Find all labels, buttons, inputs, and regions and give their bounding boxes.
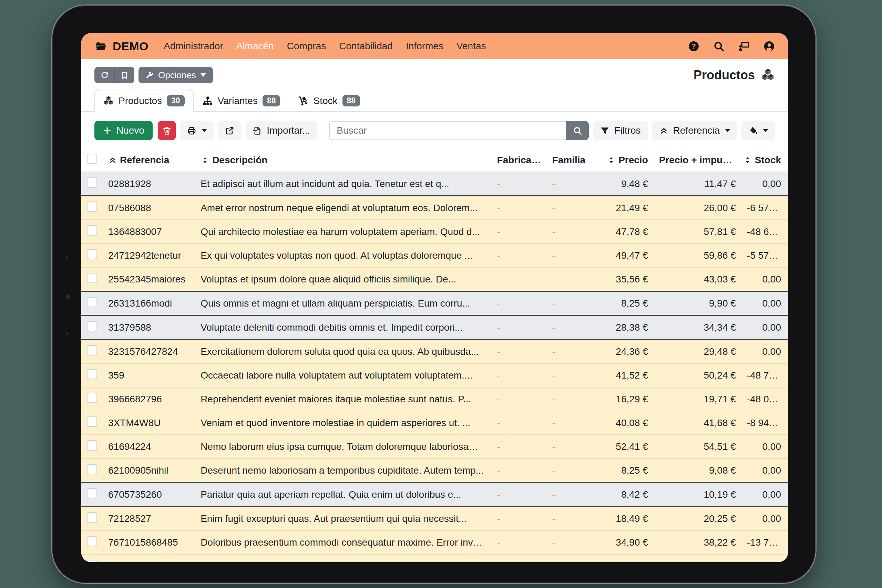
table-row[interactable]: 62100905nihil Deserunt nemo laboriosam a… bbox=[81, 459, 788, 483]
sitemap-icon bbox=[202, 96, 213, 106]
table-row[interactable]: 26313166modi Quis omnis et magni et ulla… bbox=[81, 291, 788, 315]
row-checkbox[interactable] bbox=[87, 297, 97, 307]
cell-fabricante: - bbox=[492, 554, 547, 562]
table-row[interactable]: 61694224 Nemo laborum eius ipsa cumque. … bbox=[81, 435, 788, 459]
fill-color-dropdown[interactable] bbox=[741, 121, 775, 140]
nav-item-compras[interactable]: Compras bbox=[287, 40, 326, 52]
main-nav: Administrador Almacén Compras Contabilid… bbox=[164, 40, 486, 52]
export-button[interactable] bbox=[218, 121, 241, 140]
row-checkbox[interactable] bbox=[87, 393, 97, 403]
row-checkbox[interactable] bbox=[87, 536, 97, 546]
table-row[interactable]: 02881928 Et adipisci aut illum aut incid… bbox=[81, 172, 788, 196]
cell-descripcion: Doloribus praesentium commodi consequatu… bbox=[195, 531, 491, 554]
caret-down-icon bbox=[763, 129, 768, 132]
row-checkbox[interactable] bbox=[87, 249, 97, 260]
delete-button[interactable] bbox=[158, 121, 176, 140]
sort-icon bbox=[201, 156, 210, 165]
cell-fabricante: - bbox=[492, 435, 547, 459]
row-checkbox[interactable] bbox=[87, 488, 97, 498]
trash-icon bbox=[162, 126, 172, 135]
table-row[interactable]: 07586088 Amet error nostrum neque eligen… bbox=[81, 196, 788, 220]
products-table-wrap: Referencia Descripción Fabricante Famili… bbox=[81, 148, 788, 562]
nuevo-button[interactable]: Nuevo bbox=[94, 121, 153, 140]
cell-precio: 35,56 € bbox=[597, 267, 654, 291]
cell-referencia: 25542345maiores bbox=[103, 267, 195, 291]
row-checkbox[interactable] bbox=[87, 369, 97, 379]
table-row[interactable]: 72128527 Enim fugit excepturi quas. Aut … bbox=[81, 507, 788, 531]
nav-item-informes[interactable]: Informes bbox=[406, 40, 443, 52]
cell-referencia: 62100905nihil bbox=[103, 459, 195, 483]
app-screen: DEMO Administrador Almacén Compras Conta… bbox=[81, 33, 788, 562]
table-row[interactable]: 3231576427824 Exercitationem dolorem sol… bbox=[81, 340, 788, 364]
tab-badge: 30 bbox=[167, 95, 184, 106]
tab-variantes[interactable]: Variantes 88 bbox=[194, 90, 290, 112]
col-precio[interactable]: Precio bbox=[597, 148, 654, 172]
cell-descripcion: Qui architecto molestiae ea harum volupt… bbox=[195, 220, 491, 243]
user-icon[interactable] bbox=[764, 40, 775, 52]
col-referencia[interactable]: Referencia bbox=[103, 148, 195, 172]
table-row[interactable]: 359 Occaecati labore nulla voluptatem au… bbox=[81, 363, 788, 387]
row-checkbox[interactable] bbox=[87, 225, 97, 236]
bookmark-icon bbox=[120, 71, 129, 80]
table-row[interactable]: 84923030molestiae Distinctio non et expe… bbox=[81, 554, 788, 562]
row-checkbox[interactable] bbox=[87, 273, 97, 283]
cell-fabricante: - bbox=[492, 243, 547, 267]
bookmark-button[interactable] bbox=[114, 67, 134, 83]
nav-item-ventas[interactable]: Ventas bbox=[456, 40, 486, 52]
cell-precio-impuestos: 54,51 € bbox=[654, 435, 741, 459]
table-row[interactable]: 3966682796 Reprehenderit eveniet maiores… bbox=[81, 387, 788, 411]
file-import-icon bbox=[252, 126, 262, 135]
cell-precio-impuestos: 50,24 € bbox=[654, 363, 741, 387]
caret-down-icon bbox=[725, 129, 730, 132]
search-button[interactable] bbox=[566, 121, 589, 140]
row-checkbox[interactable] bbox=[87, 321, 97, 332]
col-stock[interactable]: Stock bbox=[741, 148, 788, 172]
nav-item-administrador[interactable]: Administrador bbox=[164, 40, 223, 52]
brand-name: DEMO bbox=[112, 40, 148, 53]
cell-precio: 47,78 € bbox=[597, 220, 654, 243]
tab-productos[interactable]: Productos 30 bbox=[94, 90, 194, 112]
row-checkbox[interactable] bbox=[87, 464, 97, 474]
search-input[interactable] bbox=[329, 121, 566, 140]
presentation-icon[interactable] bbox=[738, 40, 750, 52]
cell-precio-impuestos: 59,86 € bbox=[654, 243, 741, 267]
table-row[interactable]: 31379588 Voluptate deleniti commodi debi… bbox=[81, 315, 788, 340]
brand[interactable]: DEMO bbox=[94, 40, 148, 53]
row-checkbox[interactable] bbox=[87, 560, 97, 562]
table-row[interactable]: 25542345maiores Voluptas et ipsum dolore… bbox=[81, 267, 788, 291]
opciones-dropdown[interactable]: Opciones bbox=[138, 67, 213, 83]
table-row[interactable]: 3XTM4W8U Veniam et quod inventore molest… bbox=[81, 411, 788, 435]
filtros-button[interactable]: Filtros bbox=[593, 121, 647, 140]
table-row[interactable]: 7671015868485 Doloribus praesentium comm… bbox=[81, 531, 788, 554]
table-row[interactable]: 1364883007 Qui architecto molestiae ea h… bbox=[81, 220, 788, 243]
table-row[interactable]: 24712942tenetur Ex qui voluptates volupt… bbox=[81, 243, 788, 267]
tab-label: Variantes bbox=[218, 95, 258, 106]
help-icon[interactable] bbox=[688, 40, 699, 52]
cell-fabricante: - bbox=[492, 363, 547, 387]
col-fabricante: Fabricante bbox=[492, 148, 547, 172]
row-checkbox[interactable] bbox=[87, 345, 97, 356]
print-dropdown[interactable] bbox=[180, 121, 214, 140]
cell-fabricante: - bbox=[492, 172, 547, 196]
sort-label: Referencia bbox=[673, 125, 720, 136]
cell-precio-impuestos: 11,47 € bbox=[654, 172, 741, 196]
col-descripcion[interactable]: Descripción bbox=[195, 148, 491, 172]
cell-stock: -48 697,29 bbox=[741, 220, 788, 243]
search-icon[interactable] bbox=[713, 40, 724, 52]
row-checkbox[interactable] bbox=[87, 512, 97, 522]
nav-item-almacen[interactable]: Almacén bbox=[236, 40, 274, 52]
cell-descripcion: Distinctio non et expedita sit minima. Q… bbox=[195, 554, 491, 562]
row-checkbox[interactable] bbox=[87, 440, 97, 450]
row-checkbox[interactable] bbox=[87, 417, 97, 427]
cell-referencia: 7671015868485 bbox=[103, 531, 195, 554]
table-row[interactable]: 6705735260 Pariatur quia aut aperiam rep… bbox=[81, 483, 788, 507]
refresh-button[interactable] bbox=[94, 67, 114, 83]
select-all-checkbox[interactable] bbox=[87, 154, 97, 164]
row-checkbox[interactable] bbox=[87, 177, 97, 188]
row-checkbox[interactable] bbox=[87, 201, 97, 212]
cell-familia: - bbox=[547, 243, 597, 267]
tab-stock[interactable]: Stock 88 bbox=[289, 90, 369, 112]
importar-button[interactable]: Importar... bbox=[246, 121, 317, 140]
sort-dropdown[interactable]: Referencia bbox=[652, 121, 737, 140]
nav-item-contabilidad[interactable]: Contabilidad bbox=[339, 40, 393, 52]
